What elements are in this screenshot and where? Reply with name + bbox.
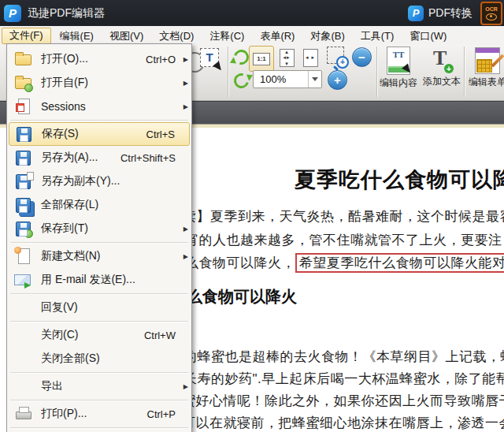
zoom-level-combobox[interactable]: 100% (253, 70, 322, 88)
add-text-icon: T+ (430, 47, 454, 73)
floppy-saveas-icon (13, 148, 34, 167)
file-menu-dropdown: 打开(O)...Ctrl+O▶打开自(F)▶Sessions▶保存(S)Ctrl… (6, 43, 192, 432)
menu-item-shortcut: Ctrl+W (144, 330, 176, 341)
app-logo-icon: P (4, 5, 21, 22)
rotate-arrow-icon (231, 70, 251, 91)
doc-paragraph-line: 的蜂蜜也是超棒的去火食物！《本草纲目》上记载，蜂 (183, 348, 504, 366)
email-icon (13, 270, 34, 289)
menu-item-shortcut: Ctrl+Shift+S (120, 152, 176, 164)
submenu-arrow-icon: ▶ (179, 56, 188, 63)
menu-item-save-as[interactable]: 另存为(A)...Ctrl+Shift+S (7, 146, 191, 169)
menubar-item-form[interactable]: 表单(R) (253, 28, 302, 43)
menu-separator (10, 400, 188, 400)
ocr-button[interactable]: OCR (480, 2, 502, 25)
menu-item-label: 保存到(T) (41, 222, 176, 236)
empty-icon (13, 326, 34, 344)
select-text-tool-button[interactable]: T (198, 47, 225, 73)
menu-item-export[interactable]: 导出▶ (7, 374, 191, 398)
one-to-one-icon: 1:1 (253, 53, 270, 65)
menubar-item-file[interactable]: 文件(F) (2, 28, 51, 44)
app-title: 迅捷PDF编辑器 (28, 6, 105, 20)
menubar-item-object[interactable]: 对象(B) (303, 28, 351, 43)
menu-item-save-to[interactable]: 保存到(T)▶ (7, 217, 191, 240)
menu-item-print[interactable]: 打印(P)...Ctrl+P (7, 402, 191, 426)
highlighted-text-box: 希望夏季吃什么食物可以降火能对您 (295, 253, 504, 273)
zoom-in-button[interactable]: + (328, 70, 347, 90)
menu-item-save-all[interactable]: 全部保存(L) (7, 193, 191, 217)
menu-item-open[interactable]: 打开(O)...Ctrl+O▶ (7, 47, 191, 71)
menu-item-close[interactable]: 关闭(C)Ctrl+W (7, 323, 191, 347)
marquee-zoom-button[interactable]: + (327, 46, 350, 70)
app-window: { "titlebar": { "app_title": "迅捷PDF编辑器",… (0, 0, 504, 432)
menu-item-label: 用 E-mail 发送(E)... (41, 273, 176, 287)
menu-separator (10, 372, 188, 373)
menu-item-shortcut: Ctrl+P (147, 408, 176, 420)
doc-paragraph-line: 宵的人也越来越多，管不住嘴就管不了上火，更要注 (185, 231, 502, 249)
menu-separator (10, 427, 188, 428)
menubar-item-edit[interactable]: 编辑(E) (53, 28, 101, 43)
toolbar-separator (464, 47, 465, 97)
badge-icon (24, 84, 33, 92)
menubar-item-window[interactable]: 窗口(W) (402, 28, 454, 43)
menu-item-label: 保存(S) (42, 127, 146, 141)
badge-icon (27, 172, 34, 181)
titlebar-right: P PDF转换 OCR (408, 0, 502, 26)
doc-paragraph-line: 长寿的妙药".早上起床后喝一大杯温蜂蜜水，除了能帮 (183, 370, 504, 388)
menu-item-label: 打开(O)... (41, 52, 146, 66)
doc-paragraph-line: 可以在就寝前，把蜂蜜细心地涂抹在嘴唇上，渗透一会 (182, 414, 504, 432)
menu-item-shortcut: Ctrl+S (146, 128, 175, 140)
fit-page-button[interactable]: ▴◂▸▾ (275, 46, 298, 70)
doc-text: 么食物可以降火， (185, 255, 295, 270)
menu-separator (10, 242, 188, 243)
floppy-copy-icon (13, 172, 34, 191)
menu-separator (10, 321, 188, 322)
menu-item-sessions[interactable]: Sessions▶ (7, 95, 191, 118)
menu-item-label: 另存为(A)... (41, 151, 120, 165)
menu-item-label: 打开自(F) (41, 76, 176, 90)
combobox-dropdown-button[interactable] (308, 71, 321, 88)
menu-item-label: 导出 (41, 379, 176, 393)
submenu-arrow-icon: ▶ (179, 80, 188, 87)
doc-paragraph-line: 么食物可以降火，希望夏季吃什么食物可以降火能对您 (185, 254, 504, 272)
menu-item-save[interactable]: 保存(S)Ctrl+S (9, 122, 190, 146)
submenu-arrow-icon: ▶ (179, 225, 188, 233)
menu-item-label: 回复(V) (41, 300, 176, 315)
edit-form-label: 编辑表单 (469, 76, 504, 89)
menubar-item-document[interactable]: 文档(D) (152, 28, 201, 43)
menu-item-revert[interactable]: 回复(V) (7, 296, 191, 319)
pdf-convert-button[interactable]: PDF转换 (428, 6, 472, 20)
edit-content-button[interactable]: TT 编辑内容 (377, 45, 420, 95)
menubar-item-tools[interactable]: 工具(T) (354, 28, 402, 43)
menu-item-close-all[interactable]: 关闭全部(S) (7, 347, 191, 371)
fit-width-button[interactable]: ◂ ▸ (298, 46, 322, 70)
rotate-right-button[interactable] (230, 69, 252, 91)
doc-paragraph-line: 蜜好心情呢！除此之外，如果你还因上火而导致嘴唇干 (182, 392, 504, 410)
zoom-out-button[interactable]: − (352, 47, 372, 67)
cursor-arrow-icon (213, 61, 227, 76)
edit-form-icon (475, 47, 500, 74)
menubar-item-comment[interactable]: 注释(C) (202, 28, 251, 43)
edit-content-label: 编辑内容 (380, 76, 417, 90)
printer-icon (13, 404, 34, 423)
menu-item-save-copy[interactable]: 另存为副本(Y)... (7, 169, 191, 193)
floppy-globe-icon (13, 219, 34, 238)
actual-size-button[interactable]: 1:1 (249, 46, 274, 72)
badge-icon (24, 229, 33, 238)
new-doc-icon (13, 247, 34, 266)
edit-form-button[interactable]: 编辑表单 (466, 45, 504, 95)
eye-icon (486, 13, 497, 20)
menubar-item-view[interactable]: 视图(V) (102, 28, 150, 43)
menu-item-new-doc[interactable]: 新建文档(N)▶ (7, 244, 191, 268)
add-text-button[interactable]: T+ 添加文本 (421, 45, 463, 95)
empty-icon (13, 377, 34, 396)
fit-page-icon: ▴◂▸▾ (280, 49, 295, 67)
menu-item-open-from[interactable]: 打开自(F)▶ (7, 71, 191, 95)
submenu-arrow-icon: ▶ (179, 253, 188, 260)
menu-item-email[interactable]: 用 E-mail 发送(E)... (7, 268, 191, 292)
add-text-label: 添加文本 (423, 75, 461, 88)
menu-item-label: 全部保存(L) (41, 198, 176, 212)
sessions-icon (13, 97, 34, 116)
doc-subheading: 么食物可以降火 (187, 286, 297, 307)
menu-separator (10, 120, 188, 121)
empty-icon (13, 298, 34, 317)
